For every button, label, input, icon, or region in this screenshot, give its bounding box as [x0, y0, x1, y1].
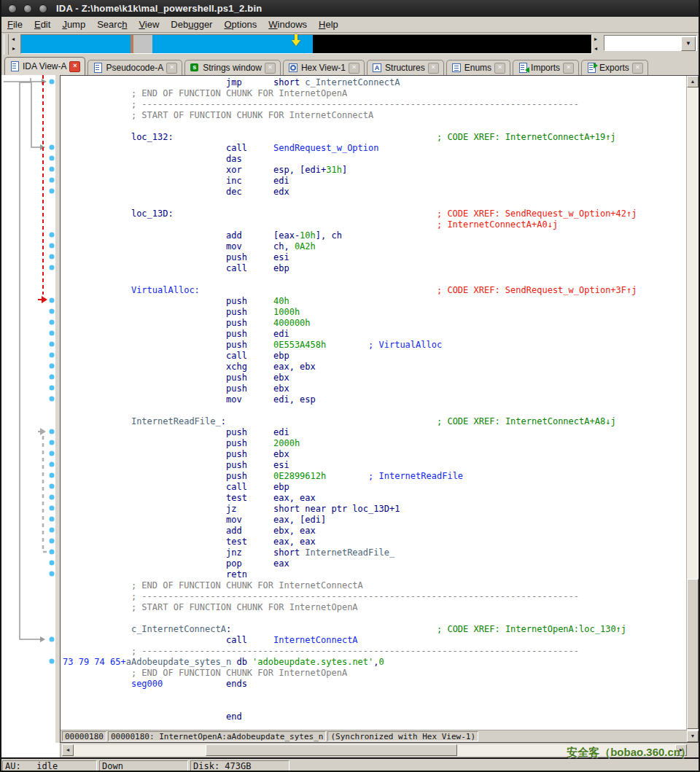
listing-line[interactable]: jnz short InternetReadFile_: [63, 547, 687, 558]
listing-line[interactable]: push 0E553A458h ; VirtualAlloc: [63, 340, 687, 351]
tab-hex-view-1[interactable]: Hex View-1×: [283, 60, 365, 75]
listing-line[interactable]: [63, 690, 687, 701]
listing-line[interactable]: 73 79 74 65+aAdobeupdate_sytes_n db 'ado…: [63, 657, 687, 668]
disassembly-listing[interactable]: jmp short c_InternetConnectA ; END OF FU…: [61, 76, 687, 730]
tab-close-icon[interactable]: ×: [69, 61, 80, 72]
tab-imports[interactable]: Imports×: [513, 60, 579, 75]
listing-line[interactable]: mov edi, esp: [63, 394, 687, 405]
listing-line[interactable]: call ebp: [63, 263, 687, 274]
listing-line[interactable]: das: [63, 154, 687, 165]
listing-line[interactable]: push 0E2899612h ; InternetReadFile: [63, 471, 687, 482]
navband-scroll-left-icon[interactable]: ◂: [12, 36, 15, 42]
horizontal-scroll-thumb[interactable]: [206, 744, 457, 756]
navigation-band[interactable]: [20, 34, 592, 54]
listing-line[interactable]: loc_132: ; CODE XREF: InternetConnectA+1…: [63, 132, 687, 143]
menu-options[interactable]: Options: [218, 19, 262, 30]
listing-line[interactable]: call SendRequest_w_Option: [63, 143, 687, 154]
listing-line[interactable]: ; END OF FUNCTION CHUNK FOR InternetConn…: [63, 580, 687, 591]
navband-scroll-right-icon[interactable]: ▸: [12, 46, 15, 52]
listing-line[interactable]: loc_13D: ; CODE XREF: SendRequest_w_Opti…: [63, 208, 687, 219]
listing-line[interactable]: ; --------------------------------------…: [63, 99, 687, 110]
menu-windows[interactable]: Windows: [262, 19, 313, 30]
listing-line[interactable]: VirtualAlloc: ; CODE XREF: SendRequest_w…: [63, 285, 687, 296]
menu-view[interactable]: View: [133, 19, 165, 30]
window-minimize-button[interactable]: [23, 4, 32, 13]
listing-line[interactable]: [63, 405, 687, 416]
listing-line[interactable]: ; START OF FUNCTION CHUNK FOR InternetCo…: [63, 110, 687, 121]
navband-scroll-left2-icon[interactable]: ◂: [594, 46, 597, 52]
tab-enums[interactable]: Enums×: [446, 60, 510, 75]
listing-line[interactable]: dec edx: [63, 187, 687, 198]
listing-line[interactable]: push edi: [63, 427, 687, 438]
tab-pseudocode-a[interactable]: Pseudocode-A×: [88, 60, 182, 75]
listing-line[interactable]: [63, 121, 687, 132]
tab-structures[interactable]: Structures×: [367, 60, 444, 75]
tab-close-icon[interactable]: ×: [563, 63, 574, 74]
tab-close-icon[interactable]: ×: [349, 63, 359, 74]
window-maximize-button[interactable]: [39, 4, 47, 13]
listing-line[interactable]: push edi: [63, 329, 687, 340]
menu-file[interactable]: File: [1, 19, 28, 30]
menu-search[interactable]: Search: [91, 19, 133, 30]
tab-close-icon[interactable]: ×: [632, 63, 643, 74]
listing-line[interactable]: add ebx, eax: [63, 526, 687, 537]
listing-line[interactable]: [63, 701, 687, 711]
listing-line[interactable]: call InternetConnectA: [63, 635, 687, 646]
tab-exports[interactable]: Exports×: [581, 60, 648, 75]
listing-line[interactable]: push 2000h: [63, 438, 687, 449]
listing-line[interactable]: ; InternetConnectA+A0↓j: [63, 219, 687, 230]
navband-scroll-right2-icon[interactable]: ▸: [594, 36, 597, 42]
tab-close-icon[interactable]: ×: [265, 63, 276, 74]
listing-line[interactable]: [63, 198, 687, 208]
listing-line[interactable]: push ebx: [63, 373, 687, 383]
listing-line[interactable]: xor esp, [edi+31h]: [63, 165, 687, 176]
menu-edit[interactable]: Edit: [28, 19, 56, 30]
listing-line[interactable]: ; END OF FUNCTION CHUNK FOR InternetOpen…: [63, 668, 687, 679]
listing-line[interactable]: test eax, eax: [63, 537, 687, 547]
listing-line[interactable]: seg000 ends: [63, 679, 687, 690]
menu-help[interactable]: Help: [313, 19, 344, 30]
listing-line[interactable]: ; START OF FUNCTION CHUNK FOR InternetOp…: [63, 602, 687, 613]
listing-line[interactable]: c_InternetConnectA: ; CODE XREF: Interne…: [63, 624, 687, 635]
combobox-input[interactable]: [605, 36, 684, 51]
listing-line[interactable]: call ebp: [63, 482, 687, 493]
listing-line[interactable]: ; --------------------------------------…: [63, 591, 687, 602]
scroll-down-icon[interactable]: ▼: [687, 730, 699, 742]
listing-line[interactable]: push 400000h: [63, 318, 687, 329]
scroll-left-icon[interactable]: ◄: [62, 744, 74, 756]
listing-line[interactable]: mov eax, [edi]: [63, 515, 687, 526]
vertical-scroll-thumb[interactable]: [687, 579, 699, 729]
listing-line[interactable]: jz short near ptr loc_13D+1: [63, 504, 687, 515]
listing-line[interactable]: test eax, eax: [63, 493, 687, 504]
listing-line[interactable]: push 1000h: [63, 307, 687, 318]
tab-close-icon[interactable]: ×: [494, 63, 505, 74]
tab-strings-window[interactable]: Strings window×: [184, 60, 281, 75]
tab-ida-view-a[interactable]: IDA View-A×: [4, 57, 85, 75]
listing-line[interactable]: mov ch, 0A2h: [63, 241, 687, 252]
listing-line[interactable]: InternetReadFile_: ; CODE XREF: Internet…: [63, 416, 687, 427]
listing-line[interactable]: push ebx: [63, 383, 687, 394]
listing-line[interactable]: inc edi: [63, 176, 687, 187]
listing-line[interactable]: push esi: [63, 460, 687, 471]
listing-line[interactable]: add [eax-10h], ch: [63, 230, 687, 241]
listing-line[interactable]: pop eax: [63, 558, 687, 569]
vertical-scrollbar[interactable]: ▲ ▼: [686, 76, 699, 742]
window-close-button[interactable]: [8, 4, 17, 13]
listing-line[interactable]: retn: [63, 569, 687, 580]
listing-line[interactable]: push ebx: [63, 449, 687, 460]
menu-jump[interactable]: Jump: [56, 19, 91, 30]
scroll-up-icon[interactable]: ▲: [687, 76, 699, 87]
listing-line[interactable]: [63, 613, 687, 624]
tab-close-icon[interactable]: ×: [428, 63, 439, 74]
listing-line[interactable]: [63, 274, 687, 285]
listing-line[interactable]: xchg eax, ebx: [63, 362, 687, 373]
listing-line[interactable]: push esi: [63, 252, 687, 263]
listing-line[interactable]: push 40h: [63, 296, 687, 307]
listing-line[interactable]: ; END OF FUNCTION CHUNK FOR InternetOpen…: [63, 88, 687, 99]
listing-line[interactable]: ; --------------------------------------…: [63, 646, 687, 657]
listing-line[interactable]: end: [63, 711, 687, 722]
listing-line[interactable]: call ebp: [63, 351, 687, 362]
combobox-dropdown-icon[interactable]: ▼: [681, 36, 696, 51]
toolbar-grip-handle[interactable]: [4, 34, 9, 55]
listing-line[interactable]: jmp short c_InternetConnectA: [63, 77, 687, 88]
